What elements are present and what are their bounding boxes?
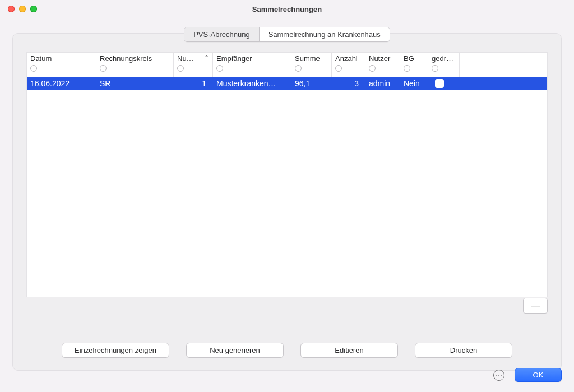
cell-datum: 16.06.2022 <box>27 77 96 90</box>
tab-pvs-abrechnung[interactable]: PVS-Abrechnung <box>184 27 258 41</box>
content-card: PVS-Abrechnung Sammelrechnung an Kranken… <box>12 33 562 371</box>
cell-bg: Nein <box>400 77 428 90</box>
column-label: Datum <box>30 54 52 63</box>
action-bar: Einzelrechnungen zeigen Neu generieren E… <box>13 343 561 358</box>
dialog-footer: ⋯ OK <box>493 368 562 382</box>
column-header-nutzer[interactable]: Nutzer <box>365 53 400 77</box>
column-label: Empfänger <box>216 54 252 63</box>
column-label: Rechnungskreis <box>100 54 152 63</box>
editieren-button[interactable]: Editieren <box>300 343 398 358</box>
filter-icon[interactable] <box>404 65 410 72</box>
column-label: gedruckt <box>432 54 460 63</box>
filter-icon[interactable] <box>369 65 376 72</box>
gedruckt-checkbox[interactable] <box>435 79 444 88</box>
column-label: Anzahl <box>335 54 358 63</box>
neu-generieren-button[interactable]: Neu generieren <box>186 343 284 358</box>
table-row[interactable]: 16.06.2022 SR 1 Musterkranken… 96,1 3 ad… <box>27 77 547 90</box>
cell-rechnungskreis: SR <box>96 77 174 90</box>
help-icon[interactable]: ⋯ <box>493 370 504 381</box>
remove-row-button[interactable]: — <box>523 298 548 314</box>
filter-icon[interactable] <box>432 65 438 72</box>
filter-icon[interactable] <box>177 65 184 72</box>
cell-nutzer: admin <box>365 77 400 90</box>
column-header-bg[interactable]: BG <box>400 53 428 77</box>
window-controls <box>8 6 37 12</box>
window-title: Sammelrechnungen <box>252 5 322 13</box>
cell-anzahl: 3 <box>332 77 365 90</box>
column-header-rechnungskreis[interactable]: Rechnungskreis <box>96 53 174 77</box>
table-header: Datum Rechnungskreis Nu… ⌃ Empfänger Sum… <box>27 53 547 77</box>
filter-icon[interactable] <box>295 65 302 72</box>
cell-empfaenger: Musterkranken… <box>213 77 291 90</box>
cell-spacer <box>460 81 547 86</box>
cell-gedruckt <box>428 77 460 90</box>
invoices-table: Datum Rechnungskreis Nu… ⌃ Empfänger Sum… <box>26 52 548 297</box>
tab-sammelrechnung-krankenhaus[interactable]: Sammelrechnung an Krankenhaus <box>259 27 390 41</box>
filter-icon[interactable] <box>216 65 223 72</box>
column-label: Nutzer <box>369 54 390 63</box>
column-header-summe[interactable]: Summe <box>291 53 332 77</box>
filter-icon[interactable] <box>100 65 107 72</box>
column-header-nummer[interactable]: Nu… ⌃ <box>174 53 213 77</box>
column-header-gedruckt[interactable]: gedruckt <box>428 53 460 77</box>
sort-ascending-icon[interactable]: ⌃ <box>204 54 209 62</box>
einzelrechnungen-zeigen-button[interactable]: Einzelrechnungen zeigen <box>62 343 169 358</box>
tab-bar: PVS-Abrechnung Sammelrechnung an Kranken… <box>26 27 548 42</box>
column-label: Nu… <box>177 54 194 63</box>
zoom-window-icon[interactable] <box>30 6 37 12</box>
column-header-empfaenger[interactable]: Empfänger <box>213 53 291 77</box>
filter-icon[interactable] <box>30 65 37 72</box>
column-header-datum[interactable]: Datum <box>27 53 96 77</box>
cell-summe: 96,1 <box>291 77 332 90</box>
close-window-icon[interactable] <box>8 6 15 12</box>
titlebar: Sammelrechnungen <box>0 0 574 18</box>
drucken-button[interactable]: Drucken <box>415 343 512 358</box>
column-label: Summe <box>295 54 320 63</box>
column-header-anzahl[interactable]: Anzahl <box>332 53 365 77</box>
cell-nummer: 1 <box>174 77 213 90</box>
column-header-spacer <box>460 53 547 77</box>
column-label: BG <box>404 54 414 63</box>
ok-button[interactable]: OK <box>515 368 562 382</box>
minimize-window-icon[interactable] <box>19 6 26 12</box>
filter-icon[interactable] <box>335 65 342 72</box>
